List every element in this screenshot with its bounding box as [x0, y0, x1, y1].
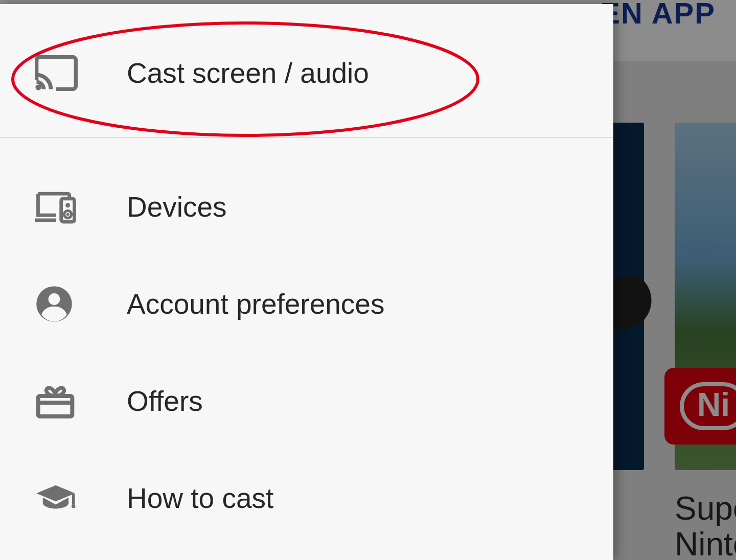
svg-point-2 — [65, 203, 70, 207]
offers-icon — [35, 382, 127, 421]
svg-rect-7 — [38, 396, 73, 416]
account-icon — [35, 285, 127, 323]
screenshot-root: EN APP Ni Supe Ninte — [0, 0, 736, 560]
svg-point-0 — [35, 84, 41, 90]
menu-item-account-preferences[interactable]: Account preferences — [0, 255, 613, 353]
menu-item-label: Account preferences — [127, 288, 384, 320]
svg-point-11 — [72, 504, 76, 508]
menu-item-cast-screen-audio[interactable]: Cast screen / audio — [0, 4, 613, 137]
menu-item-label: Offers — [127, 385, 203, 417]
svg-point-4 — [66, 213, 70, 216]
menu-item-how-to-cast[interactable]: How to cast — [0, 450, 613, 547]
cast-icon — [35, 55, 127, 91]
svg-point-6 — [49, 293, 60, 305]
menu-item-offers[interactable]: Offers — [0, 353, 613, 450]
graduation-cap-icon — [35, 483, 127, 514]
nav-drawer: Cast screen / audio Devices — [0, 4, 613, 560]
menu-item-label: How to cast — [127, 482, 273, 515]
devices-icon — [35, 190, 127, 224]
svg-marker-9 — [36, 485, 75, 502]
menu-item-label: Devices — [127, 191, 227, 223]
menu-item-label: Cast screen / audio — [127, 57, 369, 89]
menu-item-devices[interactable]: Devices — [0, 158, 613, 255]
